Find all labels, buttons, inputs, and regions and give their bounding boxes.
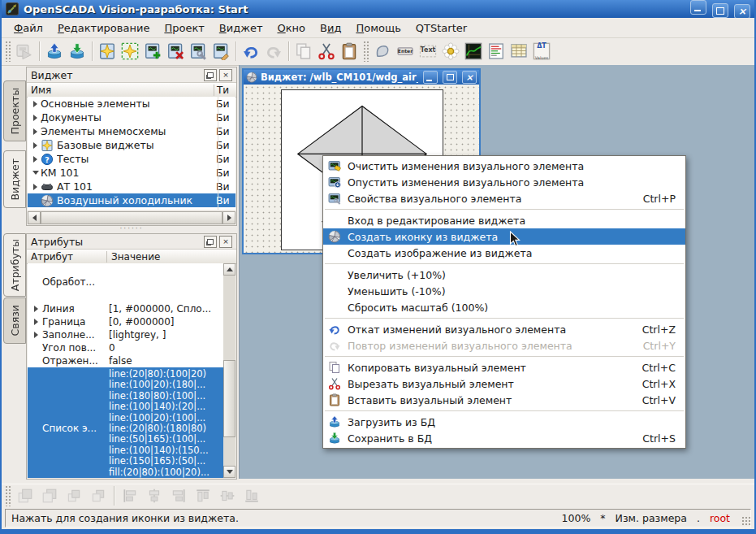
attribute-row[interactable]: Отражен...false: [28, 354, 223, 367]
save-to-db-button[interactable]: [66, 40, 89, 63]
delete-widget-button[interactable]: [164, 40, 187, 63]
tree-item[interactable]: Основные элементыБи: [28, 97, 235, 111]
attribute-row[interactable]: Линия[1, #000000, Спло...: [28, 302, 223, 315]
new-container-widget-button[interactable]: [119, 40, 141, 63]
widget-edit-button[interactable]: [210, 40, 232, 63]
inner-window-titlebar[interactable]: Виджет: /wlb_CM101/wdg_air_... ×: [244, 70, 479, 85]
scroll-down-button[interactable]: [223, 466, 235, 478]
tree-item[interactable]: Базовые виджетыБи: [28, 138, 235, 152]
context-menu-item[interactable]: Создать иконку из виджета: [323, 228, 685, 245]
align-top-button[interactable]: [191, 485, 215, 506]
menubar-item[interactable]: Окно: [270, 20, 313, 36]
context-menu-item[interactable]: Уменьшить (-10%): [323, 283, 685, 299]
attr-column-header[interactable]: Атрибут Значение: [27, 250, 236, 264]
close-button[interactable]: ×: [734, 4, 750, 19]
attribute-row-element-list[interactable]: Список э...line:(20|80):(100|20)line:(10…: [28, 367, 223, 478]
maximize-button[interactable]: [712, 3, 728, 18]
scroll-left-button[interactable]: [28, 211, 41, 224]
widget-properties-button[interactable]: [187, 40, 210, 63]
context-menu-item[interactable]: Очистить изменения визуального элемента: [323, 158, 685, 174]
expander-open-icon[interactable]: [30, 168, 41, 178]
side-tab-1[interactable]: Проекты: [3, 80, 26, 141]
context-menu-item[interactable]: Свойства визуального элементаCtrl+P: [323, 190, 685, 206]
redo-button[interactable]: [262, 40, 285, 63]
copy-button[interactable]: [292, 40, 315, 63]
align-v-center-button[interactable]: [215, 485, 240, 506]
tree-item[interactable]: Элементы мнемосхемыБи: [28, 124, 235, 138]
fig-shape-button[interactable]: [371, 40, 394, 63]
tree-item[interactable]: АТ 101Ви: [28, 180, 235, 193]
paste-button[interactable]: [338, 40, 361, 63]
context-menu-item[interactable]: Загрузить из БД: [323, 414, 685, 430]
tree-item[interactable]: КМ 101Би: [28, 166, 235, 180]
panel-close-button[interactable]: ×: [219, 69, 232, 81]
align-bottom-button[interactable]: [240, 485, 264, 506]
fig-document-button[interactable]: [508, 40, 530, 63]
fig-text-button[interactable]: Text: [417, 40, 439, 63]
column-name[interactable]: Имя: [27, 85, 214, 96]
toolbar-handle[interactable]: [5, 485, 11, 506]
menubar-item[interactable]: Файл: [6, 20, 50, 36]
new-widget-library-button[interactable]: [96, 40, 119, 63]
attribute-row[interactable]: Граница[0, #000000]: [28, 315, 223, 328]
context-menu-item[interactable]: Опустить изменения визуального элемента: [323, 174, 685, 190]
expander-closed-icon[interactable]: [28, 319, 42, 325]
context-menu-item[interactable]: Повтор изменений визуального элементаCtr…: [323, 337, 685, 354]
fig-values-button[interactable]: ΔTValues: [530, 40, 553, 63]
lower-bottom-button[interactable]: [37, 485, 62, 506]
context-menu-item[interactable]: Вход в редактирование виджета: [323, 212, 685, 228]
context-menu-item[interactable]: Сбросить масштаб (100%): [323, 299, 685, 315]
column-type[interactable]: Ти: [214, 85, 236, 96]
inner-maximize-button[interactable]: [443, 71, 457, 84]
column-value[interactable]: Значение: [107, 251, 236, 263]
expander-closed-icon[interactable]: [30, 115, 41, 121]
expander-closed-icon[interactable]: [28, 332, 42, 338]
inner-close-button[interactable]: ×: [462, 71, 477, 84]
context-menu-item[interactable]: Копировать визуальный элементCtrl+C: [323, 359, 685, 376]
scrollbar-thumb[interactable]: [223, 360, 235, 437]
menubar-item[interactable]: Вид: [313, 20, 348, 36]
attribute-row[interactable]: Заполне...[lightgrey, ]: [28, 328, 223, 341]
align-left-button[interactable]: [118, 485, 142, 506]
expander-closed-icon[interactable]: [28, 306, 42, 312]
attribute-row[interactable]: Угол пов...0: [28, 341, 223, 354]
column-attribute[interactable]: Атрибут: [27, 251, 107, 263]
attr-vertical-scrollbar[interactable]: [223, 263, 235, 478]
rise-up-button[interactable]: [62, 485, 86, 506]
menubar-item[interactable]: Помощь: [348, 20, 408, 36]
menubar-item[interactable]: Редактирование: [50, 20, 157, 36]
fig-diagram-button[interactable]: [462, 40, 485, 63]
inner-minimize-button[interactable]: [423, 71, 438, 84]
align-right-button[interactable]: [166, 485, 191, 506]
load-from-db-button[interactable]: [43, 40, 66, 63]
toolbar-handle[interactable]: [363, 41, 369, 62]
side-tab-3[interactable]: Атрибуты: [3, 233, 26, 297]
resize-grip[interactable]: [741, 516, 752, 527]
side-tab-4[interactable]: Связи: [3, 297, 26, 344]
expander-closed-icon[interactable]: [30, 184, 41, 190]
tree-horizontal-scrollbar[interactable]: [28, 211, 235, 224]
context-menu-item[interactable]: Создать изображение из виджета: [323, 245, 685, 261]
add-widget-button[interactable]: [141, 40, 164, 63]
menubar-item[interactable]: Виджет: [212, 20, 270, 36]
window-titlebar[interactable]: OpenSCADA Vision-разработка: Start ×: [2, 0, 754, 18]
context-menu-item[interactable]: Увеличить (+10%): [323, 267, 685, 283]
rise-top-button[interactable]: [13, 485, 37, 506]
minimize-button[interactable]: [690, 0, 706, 15]
expander-closed-icon[interactable]: [30, 101, 41, 107]
align-h-center-button[interactable]: [142, 485, 166, 506]
attribute-row[interactable]: Обработ...: [28, 270, 223, 294]
panel-float-button[interactable]: [204, 69, 217, 81]
panel-close-button[interactable]: ×: [219, 236, 232, 248]
context-menu-item[interactable]: Вырезать визуальный элементCtrl+X: [323, 376, 685, 392]
menubar-item[interactable]: QTStarter: [408, 20, 474, 36]
context-menu-item[interactable]: Сохранить в БДCtrl+S: [323, 430, 685, 446]
tree-item[interactable]: ?ТестыБи: [28, 152, 235, 166]
fig-form-element-button[interactable]: Enter: [394, 40, 417, 63]
fig-media-button[interactable]: [439, 40, 462, 63]
expander-closed-icon[interactable]: [30, 142, 41, 149]
tree-item[interactable]: Воздушный холодильникВи: [28, 193, 235, 207]
panel-float-button[interactable]: [204, 236, 217, 248]
context-menu-item[interactable]: Вставить визуальный элементCtrl+V: [323, 392, 685, 408]
panel-splitter[interactable]: ······: [26, 226, 237, 232]
